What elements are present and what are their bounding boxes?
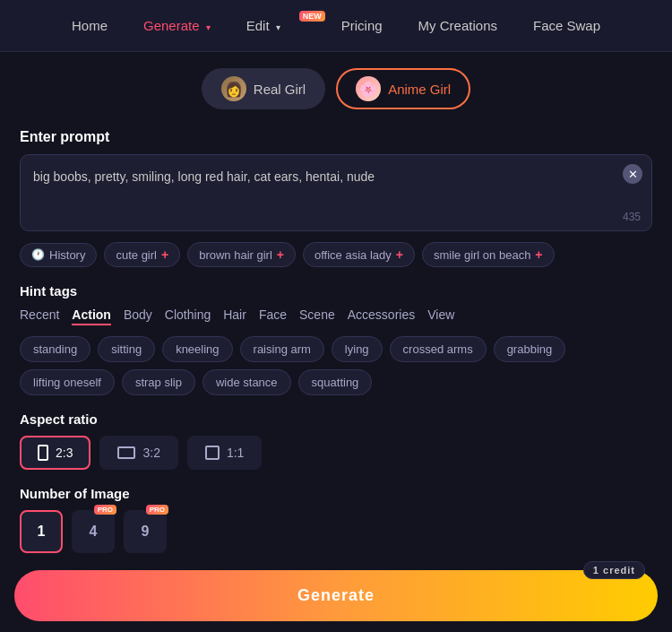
pro-badge-4: PRO xyxy=(94,505,116,515)
hint-tag-lifting-oneself[interactable]: lifting oneself xyxy=(20,369,115,395)
num-images-section: Number of Image 1 4 PRO 9 PRO xyxy=(20,486,652,553)
hint-cat-scene[interactable]: Scene xyxy=(299,307,335,325)
portrait-icon xyxy=(38,445,48,461)
aspect-options: 2:3 3:2 1:1 xyxy=(20,436,652,470)
history-icon: 🕐 xyxy=(31,248,45,261)
credit-badge: 1 credit xyxy=(583,561,645,579)
hint-tag-grabbing[interactable]: grabbing xyxy=(494,336,566,362)
hint-tag-lying[interactable]: lying xyxy=(332,336,383,362)
history-label: History xyxy=(49,248,85,262)
mode-tab-real-label: Real Girl xyxy=(254,82,306,97)
aspect-btn-3-2[interactable]: 3:2 xyxy=(99,436,177,470)
hint-cat-face[interactable]: Face xyxy=(259,307,287,325)
hint-tag-wide-stance[interactable]: wide stance xyxy=(202,369,291,395)
aspect-ratio-section: Aspect ratio 2:3 3:2 1:1 xyxy=(20,411,652,470)
hint-cat-recent[interactable]: Recent xyxy=(20,307,59,325)
aspect-btn-2-3[interactable]: 2:3 xyxy=(20,436,90,470)
hint-cat-body[interactable]: Body xyxy=(124,307,152,325)
landscape-icon xyxy=(117,446,135,459)
hint-tag-kneeling[interactable]: kneeling xyxy=(162,336,232,362)
num-btn-9[interactable]: 9 PRO xyxy=(124,510,167,553)
pro-badge-9: PRO xyxy=(146,505,168,515)
tag-plus-icon-2: + xyxy=(396,247,403,262)
hint-tag-crossed-arms[interactable]: crossed arms xyxy=(390,336,487,362)
hint-tag-raising-arm[interactable]: raising arm xyxy=(240,336,324,362)
hint-tag-standing[interactable]: standing xyxy=(20,336,90,362)
hint-tags-section: Hint tags Recent Action Body Clothing Ha… xyxy=(20,283,652,395)
num-btn-4[interactable]: 4 PRO xyxy=(72,510,115,553)
nav-edit[interactable]: Edit ▾ NEW xyxy=(246,18,306,33)
aspect-btn-1-1[interactable]: 1:1 xyxy=(187,436,262,470)
aspect-ratio-title: Aspect ratio xyxy=(20,411,652,427)
real-avatar: 👩 xyxy=(221,76,246,101)
history-row: 🕐 History cute girl + brown hair girl + … xyxy=(20,242,652,267)
generate-chevron-icon: ▾ xyxy=(206,22,211,32)
history-tag-1[interactable]: brown hair girl + xyxy=(187,242,296,267)
history-tag-3[interactable]: smile girl on beach + xyxy=(422,242,555,267)
num-options: 1 4 PRO 9 PRO xyxy=(20,510,652,553)
prompt-char-count: 435 xyxy=(623,211,641,223)
main-content: 👩 Real Girl 🌸 Anime Girl Enter prompt bi… xyxy=(0,52,672,632)
history-tag-0[interactable]: cute girl + xyxy=(104,242,180,267)
hint-tags-list: standing sitting kneeling raising arm ly… xyxy=(20,336,652,395)
hint-cat-clothing[interactable]: Clothing xyxy=(165,307,211,325)
tag-plus-icon-3: + xyxy=(535,247,542,262)
mode-tab-real[interactable]: 👩 Real Girl xyxy=(202,68,325,109)
mode-tab-anime-label: Anime Girl xyxy=(388,82,451,97)
anime-avatar: 🌸 xyxy=(356,76,381,101)
num-btn-1[interactable]: 1 xyxy=(20,510,63,553)
hint-cat-action[interactable]: Action xyxy=(72,307,111,325)
hint-categories: Recent Action Body Clothing Hair Face Sc… xyxy=(20,307,652,325)
square-icon xyxy=(205,446,220,460)
hint-tag-sitting[interactable]: sitting xyxy=(98,336,155,362)
mode-tab-anime[interactable]: 🌸 Anime Girl xyxy=(336,68,470,109)
hint-tags-title: Hint tags xyxy=(20,283,652,299)
num-images-title: Number of Image xyxy=(20,486,652,501)
main-nav: Home Generate ▾ Edit ▾ NEW Pricing My Cr… xyxy=(0,0,672,52)
edit-new-badge: NEW xyxy=(299,11,325,22)
hint-tag-squatting[interactable]: squatting xyxy=(298,369,373,395)
prompt-text: big boobs, pretty, smiling, long red hai… xyxy=(33,168,619,203)
nav-home[interactable]: Home xyxy=(72,18,108,33)
generate-button-label: Generate xyxy=(297,586,375,604)
edit-chevron-icon: ▾ xyxy=(276,22,280,32)
hint-tag-strap-slip[interactable]: strap slip xyxy=(122,369,195,395)
mode-tabs: 👩 Real Girl 🌸 Anime Girl xyxy=(20,68,652,109)
hint-cat-view[interactable]: View xyxy=(427,307,454,325)
hint-cat-accessories[interactable]: Accessories xyxy=(348,307,415,325)
nav-creations[interactable]: My Creations xyxy=(418,18,497,33)
tag-plus-icon-1: + xyxy=(277,247,284,262)
generate-bar: 1 credit Generate xyxy=(0,559,672,632)
history-tag-2[interactable]: office asia lady + xyxy=(303,242,415,267)
prompt-container[interactable]: big boobs, pretty, smiling, long red hai… xyxy=(20,154,652,231)
history-button[interactable]: 🕐 History xyxy=(20,243,97,267)
prompt-label: Enter prompt xyxy=(20,129,652,145)
hint-cat-hair[interactable]: Hair xyxy=(223,307,246,325)
tag-plus-icon-0: + xyxy=(161,247,168,262)
nav-generate[interactable]: Generate ▾ xyxy=(143,18,211,33)
nav-pricing[interactable]: Pricing xyxy=(341,18,383,33)
nav-faceswap[interactable]: Face Swap xyxy=(533,18,600,33)
prompt-clear-button[interactable]: ✕ xyxy=(623,164,642,184)
generate-button[interactable]: 1 credit Generate xyxy=(14,570,658,621)
